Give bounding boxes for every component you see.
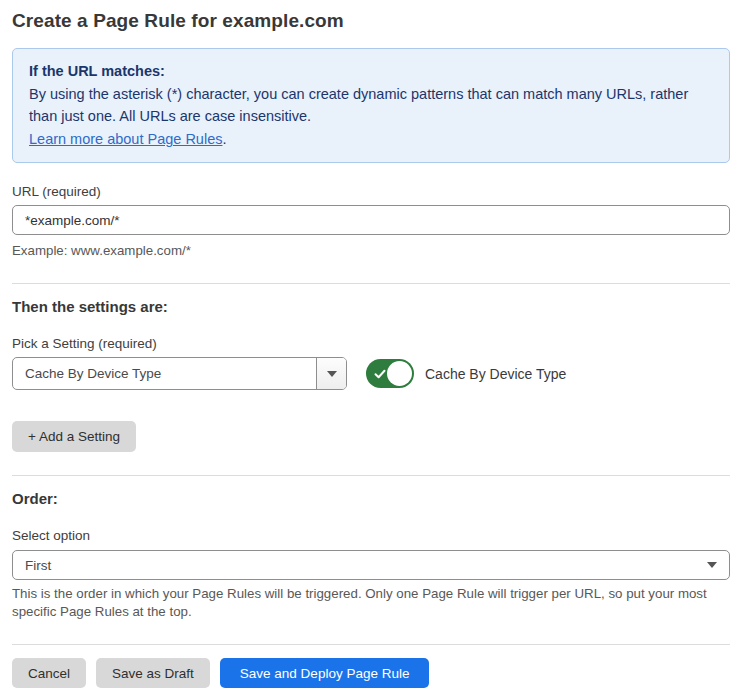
- create-page-rule-form: Create a Page Rule for example.com If th…: [0, 10, 750, 688]
- check-icon: [374, 368, 386, 380]
- order-helper-text: This is the order in which your Page Rul…: [12, 585, 722, 621]
- order-select[interactable]: First: [12, 550, 730, 580]
- divider: [12, 644, 730, 645]
- order-select-label: Select option: [12, 528, 730, 543]
- dropdown-arrow-icon: [707, 562, 717, 568]
- cache-device-toggle-label: Cache By Device Type: [425, 366, 566, 382]
- learn-more-link[interactable]: Learn more about Page Rules: [29, 131, 222, 147]
- cache-device-toggle[interactable]: [366, 359, 414, 388]
- settings-section-heading: Then the settings are:: [12, 298, 730, 315]
- save-as-draft-button[interactable]: Save as Draft: [96, 658, 210, 688]
- url-input[interactable]: [12, 205, 730, 235]
- dropdown-arrow-icon: [327, 371, 337, 377]
- page-title: Create a Page Rule for example.com: [12, 10, 730, 32]
- cancel-button[interactable]: Cancel: [12, 658, 86, 688]
- info-box-heading: If the URL matches:: [29, 60, 713, 82]
- divider: [12, 283, 730, 284]
- info-box-body: By using the asterisk (*) character, you…: [29, 83, 699, 127]
- add-setting-button[interactable]: + Add a Setting: [12, 421, 136, 452]
- url-label: URL (required): [12, 184, 730, 199]
- url-helper-text: Example: www.example.com/*: [12, 242, 730, 260]
- setting-select-value: Cache By Device Type: [13, 366, 316, 381]
- pick-setting-label: Pick a Setting (required): [12, 336, 730, 351]
- order-select-value: First: [13, 558, 707, 573]
- info-link-row: Learn more about Page Rules.: [29, 128, 713, 150]
- setting-row: Cache By Device Type Cache By Device Typ…: [12, 357, 730, 390]
- setting-select-arrow-button[interactable]: [316, 358, 346, 389]
- toggle-knob: [387, 361, 412, 386]
- save-and-deploy-button[interactable]: Save and Deploy Page Rule: [220, 658, 430, 688]
- order-section-heading: Order:: [12, 490, 730, 507]
- footer-actions: Cancel Save as Draft Save and Deploy Pag…: [12, 658, 730, 688]
- divider: [12, 475, 730, 476]
- setting-select[interactable]: Cache By Device Type: [12, 357, 347, 390]
- url-match-info-box: If the URL matches: By using the asteris…: [12, 48, 730, 163]
- link-period: .: [222, 131, 226, 147]
